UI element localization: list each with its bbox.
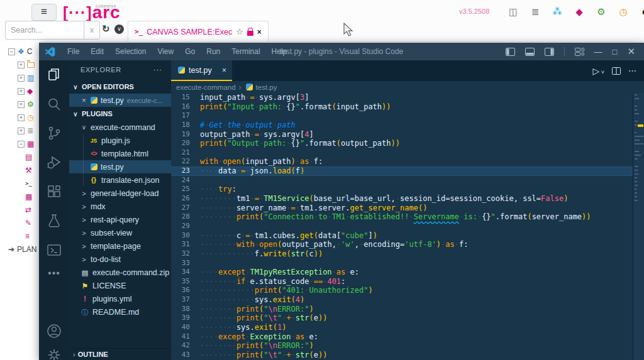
sitemap-icon[interactable]: ⁂	[550, 5, 564, 19]
tree-item-arrows[interactable]: ⇄	[25, 204, 31, 216]
file-item-execute-command-zip[interactable]: ▤execute-command.zip	[69, 266, 171, 279]
search-input[interactable]	[5, 21, 84, 40]
tree-item-pen[interactable]: ✎	[25, 217, 31, 229]
run-debug-icon[interactable]	[46, 155, 62, 171]
expand-box-icon[interactable]: +	[18, 101, 25, 108]
accounts-icon[interactable]	[46, 323, 62, 339]
toggle-sidebar-icon[interactable]	[506, 48, 515, 56]
minimap[interactable]	[633, 93, 644, 360]
tree-item-cubes[interactable]: −❖C	[8, 45, 32, 58]
tree-item-gear[interactable]: +⚙	[18, 98, 34, 111]
unlock-icon[interactable]	[247, 31, 253, 36]
code-line-21[interactable]: 21	[171, 148, 644, 158]
code-line-17[interactable]: 17	[171, 111, 644, 121]
menu-selection[interactable]: Selection	[109, 43, 152, 60]
tree-item-wrench[interactable]: ⚒	[25, 164, 32, 177]
code-line-29[interactable]: 29	[171, 222, 644, 231]
tab-close-icon[interactable]: ×	[257, 28, 262, 36]
open-editor-item-testpy[interactable]: × test.py execute-c...	[69, 94, 171, 107]
tree-item-plan[interactable]: ➔PLAN	[8, 243, 36, 256]
user-icon[interactable]: ☻	[638, 5, 644, 19]
tree-item-clock[interactable]: +◷	[18, 111, 33, 124]
extensions-icon[interactable]	[46, 184, 62, 200]
code-line-20[interactable]: 20print("Output·path:·{}".format(output_…	[171, 139, 644, 148]
file-item-subset-view[interactable]: >subset-view	[69, 226, 171, 239]
code-line-23[interactable]: 23····data·=·json.load(f)	[171, 166, 644, 176]
collapse-box-icon[interactable]: −	[18, 141, 25, 148]
user-badge-icon[interactable]: ◫	[506, 5, 520, 19]
code-line-37[interactable]: 37············sys.exit(4)	[171, 295, 644, 305]
file-item-execute-command[interactable]: ∨execute-command	[69, 121, 171, 134]
file-item-rest-api-query[interactable]: >rest-api-query	[69, 213, 171, 226]
code-line-15[interactable]: 15input_path·=·sys.argv[3]	[171, 93, 644, 102]
code-line-43[interactable]: 43········print("\t"·+·str(e))	[171, 351, 644, 360]
split-editor-icon[interactable]	[612, 67, 621, 75]
menu-edit[interactable]: Edit	[85, 43, 109, 60]
file-item-template-page[interactable]: >template-page	[69, 239, 171, 253]
expand-box-icon[interactable]: +	[18, 62, 25, 68]
expand-box-icon[interactable]: +	[18, 75, 25, 82]
refresh-icon[interactable]: ↻	[102, 23, 110, 35]
file-item-plugin-js[interactable]: JSplugin.js	[69, 134, 171, 147]
code-line-34[interactable]: 34····except·TM1pyRestException·as·e:	[171, 268, 644, 277]
settings-gear-icon[interactable]	[46, 347, 62, 360]
file-item-to-do-list[interactable]: >to-do-list	[69, 253, 171, 266]
code-line-16[interactable]: 16print("Input·path:·{}".format(input_pa…	[171, 102, 644, 112]
cogs-icon[interactable]: ⚙	[594, 5, 608, 19]
code-editor[interactable]: 15input_path·=·sys.argv[3]16print("Input…	[171, 93, 644, 360]
code-line-42[interactable]: 42········print("\nERROR:")	[171, 341, 644, 351]
expand-box-icon[interactable]: +	[18, 114, 25, 121]
code-line-26[interactable]: 26········tm1·=·TM1Service(base_url=base…	[171, 194, 644, 204]
close-tab-icon[interactable]: ×	[222, 66, 226, 75]
code-line-19[interactable]: 19output_path·=·sys.argv[4]	[171, 130, 644, 139]
log-list-icon[interactable]: ≣	[528, 5, 542, 19]
plugins-section-header[interactable]: ∨ PLUGINS	[69, 107, 171, 121]
toggle-panel-icon[interactable]	[525, 48, 535, 56]
expand-box-icon[interactable]: +	[18, 128, 25, 134]
toggle-secondary-sidebar-icon[interactable]	[545, 48, 554, 56]
code-line-18[interactable]: 18#·Get·the·output·path	[171, 121, 644, 130]
code-line-41[interactable]: 41····except·Exception·as·e:	[171, 332, 644, 342]
run-python-file-icon[interactable]: ▷ ˅	[592, 66, 604, 76]
menu-run[interactable]: Run	[201, 43, 226, 60]
outline-section-header[interactable]: › OUTLINE	[69, 348, 171, 360]
collapse-box-icon[interactable]: −	[8, 48, 15, 55]
code-line-32[interactable]: 32············f.write(str(c))	[171, 249, 644, 259]
tree-item-list[interactable]: +≣	[18, 124, 33, 137]
file-item-readme-md[interactable]: ⓘREADME.md	[69, 305, 171, 319]
vscode-titlebar[interactable]: FileEditSelectionViewGoRunTerminalHelp t…	[39, 43, 644, 60]
breadcrumbs[interactable]: execute-command › test.py	[171, 81, 644, 93]
search-clear-button[interactable]: x	[84, 21, 100, 40]
code-line-27[interactable]: 27········server_name·=·tm1.server.get_s…	[171, 204, 644, 213]
canvas-sample-tab[interactable]: >_ CANVAS SAMPLE:Exec ☆ ×	[128, 21, 269, 42]
file-item-general-ledger-load[interactable]: >general-ledger-load	[69, 187, 171, 200]
more-views-icon[interactable]: •••	[46, 268, 62, 279]
clock-icon[interactable]: ◷	[616, 5, 630, 19]
expand-box-icon[interactable]: +	[18, 88, 25, 95]
code-line-24[interactable]: 24	[171, 176, 644, 185]
menu-view[interactable]: View	[152, 43, 179, 60]
file-item-template-html[interactable]: <>template.html	[69, 147, 171, 160]
code-line-36[interactable]: 36············print("401:·Unauthorized")	[171, 286, 644, 295]
star-icon[interactable]: ☆	[236, 27, 243, 36]
file-item-mdx[interactable]: >mdx	[69, 200, 171, 213]
maximize-icon[interactable]: □	[613, 47, 618, 57]
remote-explorer-icon[interactable]	[46, 243, 62, 259]
tree-item-term[interactable]: >_	[25, 177, 32, 190]
editor-tab-testpy[interactable]: test.py ×	[171, 60, 232, 81]
menu-go[interactable]: Go	[179, 43, 201, 60]
testing-beaker-icon[interactable]	[46, 213, 62, 229]
tree-item-folder[interactable]: +	[18, 58, 35, 71]
code-line-40[interactable]: 40········sys.exit(1)	[171, 323, 644, 332]
tree-item-db[interactable]: ▤	[25, 151, 32, 163]
code-line-25[interactable]: 25····try:	[171, 185, 644, 194]
code-line-22[interactable]: 22with·open(input_path)·as·f:	[171, 157, 644, 166]
cube-icon[interactable]: ◆	[572, 5, 586, 19]
tree-item-cube[interactable]: +◆	[18, 85, 33, 97]
menu-file[interactable]: File	[62, 43, 85, 60]
tree-item-chart[interactable]: +▥	[18, 72, 34, 84]
code-line-31[interactable]: 31········with·open(output_path,·'w',·en…	[171, 240, 644, 249]
tree-item-list2[interactable]: ≡	[25, 230, 30, 243]
code-line-28[interactable]: 28········print("Connection·to·TM1·estab…	[171, 212, 644, 222]
code-line-39[interactable]: 39········print("\t"·+·str(e))	[171, 314, 644, 323]
